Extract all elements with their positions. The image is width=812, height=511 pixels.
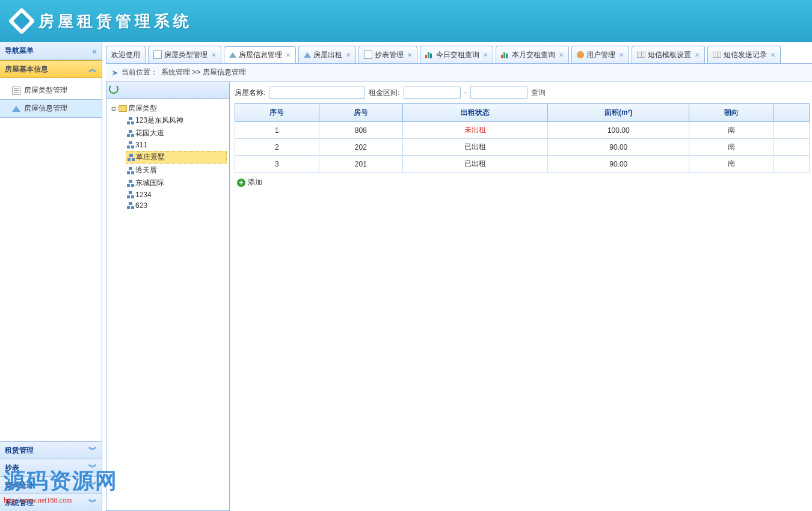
tab-label: 用户管理: [586, 50, 615, 60]
page-icon: [153, 50, 162, 59]
cell-1-2: 已出租: [403, 139, 548, 156]
folder-icon: [118, 105, 127, 112]
table-row[interactable]: 3201已出租90.00南: [235, 156, 810, 173]
table-row[interactable]: 2202已出租90.00南: [235, 139, 810, 156]
tree-node-5[interactable]: 东城国际: [126, 177, 227, 189]
accordion-head-2[interactable]: 抄表︾: [0, 459, 102, 476]
nav-item-label: 房屋类型管理: [24, 85, 67, 96]
expander-icon[interactable]: ⊟: [110, 105, 117, 113]
table-row[interactable]: 1808未出租100.00南: [235, 122, 810, 139]
org-icon: [128, 154, 135, 161]
sidebar: 导航菜单 « 房屋基本信息︽房屋类型管理房屋信息管理 租赁管理︾抄表︾查询统计︾…: [0, 42, 102, 511]
home-icon: [304, 52, 311, 58]
chevron-down-icon: ︾: [88, 445, 97, 456]
tab-4[interactable]: 抄表管理✕: [358, 46, 417, 63]
app-title: 房屋租赁管理系统: [38, 11, 192, 32]
close-icon[interactable]: ✕: [559, 52, 564, 58]
cell-2-5: [774, 156, 810, 173]
rent-min-input[interactable]: [404, 87, 461, 99]
chevron-up-icon: ︽: [88, 64, 97, 75]
home-icon: [229, 52, 236, 58]
close-icon[interactable]: ✕: [211, 52, 216, 58]
page-icon: [364, 50, 372, 59]
accordion-head-4[interactable]: 系统管理︾: [0, 494, 102, 511]
tree-node-3[interactable]: 草庄景墅: [126, 151, 227, 164]
house-name-input[interactable]: [269, 87, 365, 99]
refresh-icon[interactable]: [109, 84, 118, 94]
tab-label: 短信发送记录: [724, 50, 767, 60]
chart-icon: [425, 51, 434, 58]
nav-item-0-1[interactable]: 房屋信息管理: [0, 99, 102, 118]
org-icon: [127, 130, 134, 137]
tree-node-6[interactable]: 1234: [126, 190, 227, 200]
breadcrumb-path: 系统管理 >> 房屋信息管理: [161, 67, 246, 78]
cell-2-4: 南: [689, 156, 774, 173]
add-button[interactable]: + 添加: [235, 173, 810, 192]
search-button[interactable]: 查询: [531, 88, 546, 98]
tab-7[interactable]: 用户管理✕: [571, 46, 629, 63]
close-icon[interactable]: ✕: [619, 52, 624, 58]
plus-icon: +: [237, 179, 245, 187]
logo-icon: [8, 7, 35, 34]
close-icon[interactable]: ✕: [483, 52, 488, 58]
tree-node-label: 草庄景墅: [136, 152, 165, 162]
cell-1-1: 202: [319, 139, 403, 156]
close-icon[interactable]: ✕: [770, 52, 775, 58]
tree-root-label: 房屋类型: [128, 103, 157, 114]
tab-label: 房屋类型管理: [164, 50, 208, 60]
cell-2-1: 201: [319, 156, 403, 173]
tree-node-2[interactable]: 311: [126, 140, 227, 150]
tree-node-7[interactable]: 623: [126, 201, 227, 210]
collapse-sidebar-icon[interactable]: «: [92, 46, 97, 56]
col-0: 序号: [235, 104, 319, 122]
cell-1-3: 90.00: [548, 139, 689, 156]
cell-0-4: 南: [689, 122, 774, 139]
accordion-head-1[interactable]: 租赁管理︾: [0, 441, 102, 459]
tree-node-1[interactable]: 花园大道: [126, 127, 227, 139]
tree-root-node[interactable]: ⊟房屋类型: [109, 103, 227, 114]
tab-label: 短信模板设置: [648, 50, 691, 60]
rent-max-input[interactable]: [470, 87, 527, 99]
col-1: 房号: [319, 104, 403, 122]
tab-5[interactable]: 今日交租查询✕: [420, 46, 493, 63]
house-icon: [12, 106, 20, 112]
close-icon[interactable]: ✕: [695, 52, 700, 58]
close-icon[interactable]: ✕: [346, 52, 351, 58]
col-5: [774, 104, 810, 122]
user-icon: [577, 51, 584, 58]
nav-item-0-0[interactable]: 房屋类型管理: [0, 82, 102, 99]
label-rent-range: 租金区间:: [369, 88, 399, 98]
accordion-head-0[interactable]: 房屋基本信息︽: [0, 60, 102, 78]
tab-2[interactable]: 房屋信息管理✕: [224, 46, 296, 64]
tab-9[interactable]: 短信发送记录✕: [707, 46, 781, 63]
tab-3[interactable]: 房屋出租✕: [298, 46, 356, 63]
tree-node-label: 花园大道: [135, 128, 164, 138]
tree-node-0[interactable]: 123是东风风神: [126, 115, 227, 126]
col-3: 面积(m²): [548, 104, 689, 122]
tab-8[interactable]: 短信模板设置✕: [632, 46, 705, 63]
tab-label: 房屋出租: [313, 50, 342, 60]
tab-0[interactable]: 欢迎使用: [106, 46, 146, 63]
content-panel: 房屋名称: 租金区间: - 查询 序号房号出租状态面积(m²)朝向 1808未出…: [230, 82, 812, 511]
chevron-down-icon: ︾: [88, 462, 97, 473]
tab-label: 欢迎使用: [111, 50, 140, 60]
close-icon[interactable]: ✕: [286, 52, 291, 58]
tab-6[interactable]: 本月交租查询✕: [496, 46, 569, 63]
tree-node-label: 623: [135, 201, 147, 210]
add-label: 添加: [248, 177, 262, 188]
tree-node-label: 1234: [135, 191, 152, 199]
tab-label: 本月交租查询: [512, 50, 555, 60]
tab-label: 房屋信息管理: [239, 50, 282, 60]
book-icon: [637, 52, 645, 58]
accordion-head-3[interactable]: 查询统计︾: [0, 476, 102, 494]
tree-node-label: 123是东风风神: [135, 115, 183, 126]
tree-node-4[interactable]: 透天厝: [126, 165, 227, 176]
sidebar-title: 导航菜单: [5, 46, 34, 56]
tree-toolbar: [106, 82, 229, 99]
tab-1[interactable]: 房屋类型管理✕: [148, 46, 221, 63]
cell-0-1: 808: [319, 122, 403, 139]
org-icon: [127, 117, 134, 124]
cell-1-0: 2: [235, 139, 319, 156]
close-icon[interactable]: ✕: [407, 52, 412, 58]
chevron-down-icon: ︾: [88, 480, 97, 491]
